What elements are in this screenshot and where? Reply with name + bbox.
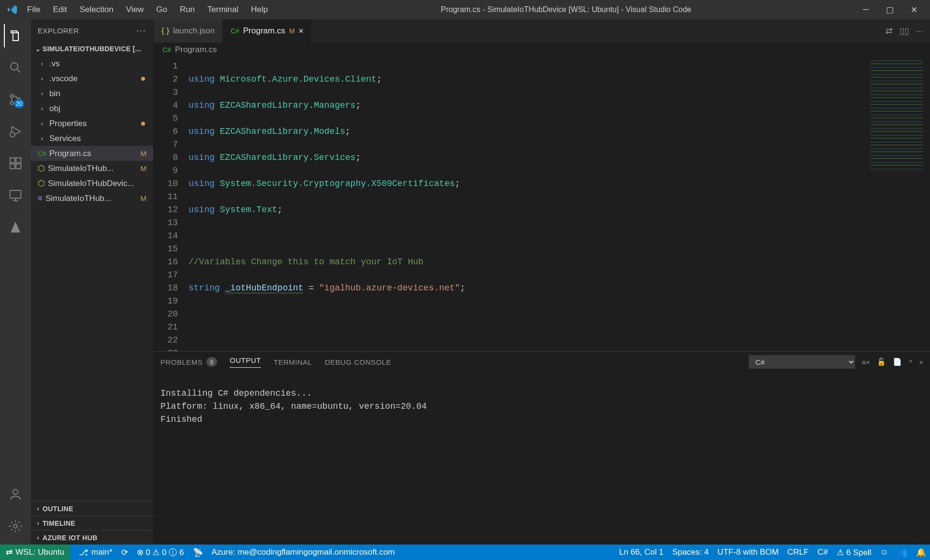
maximize-panel-icon[interactable]: ^ (909, 358, 912, 366)
editor-body[interactable]: 1234567891011121314151617181920212223 us… (154, 57, 930, 351)
workspace-header[interactable]: ⌄ SIMULATEIOTHUBDEVICE [... (31, 42, 153, 56)
modified-badge: M (141, 194, 147, 202)
menu-selection[interactable]: Selection (74, 3, 119, 16)
source-control-icon[interactable]: 20 (4, 88, 27, 111)
panel-tabs: PROBLEMS 6 OUTPUT TERMINAL DEBUG CONSOLE… (154, 352, 930, 372)
settings-gear-icon[interactable] (4, 515, 27, 538)
problems-summary[interactable]: ⊗ 0 ⚠ 0 ⓘ 6 (137, 547, 184, 558)
language-mode[interactable]: C# (817, 547, 828, 557)
csharp-file-icon: C# (231, 27, 239, 35)
chevron-right-icon: › (38, 75, 46, 82)
menu-edit[interactable]: Edit (47, 3, 73, 16)
tree-folder[interactable]: ›.vs (31, 56, 153, 71)
menu-run[interactable]: Run (174, 3, 201, 16)
panel-tab-output[interactable]: OUTPUT (230, 356, 261, 368)
tab-label: Program.cs (243, 26, 285, 36)
azure-account[interactable]: Azure: me@codingflamingogmail.onmicrosof… (212, 547, 395, 557)
close-button[interactable]: ✕ (907, 5, 921, 15)
lock-scroll-icon[interactable]: 🔓 (877, 358, 886, 366)
svg-rect-5 (10, 158, 15, 163)
azure-icon[interactable] (4, 215, 27, 239)
chevron-right-icon: › (34, 519, 43, 527)
spell-check[interactable]: ⚠ 6 Spell (837, 547, 872, 558)
output-channel-select[interactable]: C# (749, 355, 855, 369)
explorer-sidebar: EXPLORER ··· ⌄ SIMULATEIOTHUBDEVICE [...… (31, 19, 154, 545)
eol[interactable]: CRLF (787, 547, 809, 557)
timeline-section[interactable]: ›TIMELINE (31, 516, 153, 530)
tree-file[interactable]: ≡SimulateIoTHub...M (31, 191, 153, 206)
compare-changes-icon[interactable]: ⇄ (886, 26, 893, 36)
open-log-icon[interactable]: 📄 (893, 358, 902, 366)
cursor-position[interactable]: Ln 66, Col 1 (619, 547, 664, 557)
chevron-right-icon: › (38, 105, 46, 112)
chevron-right-icon: › (38, 135, 46, 142)
explorer-icon[interactable] (4, 24, 27, 47)
panel-tab-terminal[interactable]: TERMINAL (274, 358, 312, 366)
editor-tabs: { } launch.json C# Program.cs M × ⇄ ▯▯ ·… (154, 19, 930, 43)
close-tab-icon[interactable]: × (299, 26, 304, 36)
more-actions-icon[interactable]: ··· (916, 26, 923, 36)
tree-file[interactable]: ⬡SimulateIoTHubDevic... (31, 176, 153, 191)
indentation[interactable]: Spaces: 4 (672, 547, 709, 557)
svg-rect-6 (16, 158, 21, 163)
radio-tower-icon: 📡 (193, 547, 203, 558)
chevron-down-icon: ⌄ (34, 45, 43, 53)
tree-file-program-cs[interactable]: C#Program.csM (31, 146, 153, 161)
outline-section[interactable]: ›OUTLINE (31, 501, 153, 516)
maximize-button[interactable]: ▢ (883, 5, 897, 15)
panel-actions: C# ≡× 🔓 📄 ^ × (749, 355, 923, 369)
tree-folder[interactable]: ›bin (31, 86, 153, 101)
search-icon[interactable] (4, 56, 27, 79)
live-share-button[interactable]: 👥 (897, 547, 907, 558)
menu-bar: File Edit Selection View Go Run Terminal… (21, 3, 274, 16)
tab-program-cs[interactable]: C# Program.cs M × (223, 19, 312, 43)
menu-go[interactable]: Go (150, 3, 173, 16)
menu-file[interactable]: File (21, 3, 46, 16)
panel-tab-debug-console[interactable]: DEBUG CONSOLE (325, 358, 391, 366)
encoding[interactable]: UTF-8 with BOM (717, 547, 779, 557)
bell-icon: 🔔 (916, 547, 926, 558)
notifications-button[interactable]: 🔔 (916, 547, 926, 558)
modified-badge: M (289, 27, 295, 35)
run-debug-icon[interactable] (4, 120, 27, 143)
tree-file[interactable]: ⬡SimulateIoTHub...M (31, 161, 153, 176)
live-share-icon: 👥 (897, 547, 907, 558)
json-file-icon: { } (161, 26, 169, 36)
azure-iot-hub-section[interactable]: ›AZURE IOT HUB (31, 530, 153, 545)
menu-help[interactable]: Help (245, 3, 274, 16)
remote-explorer-icon[interactable] (4, 184, 27, 207)
minimize-button[interactable]: ─ (858, 5, 873, 15)
close-panel-icon[interactable]: × (919, 358, 923, 366)
sync-button[interactable]: ⟳ (121, 547, 128, 558)
title-bar: File Edit Selection View Go Run Terminal… (0, 0, 930, 19)
clear-output-icon[interactable]: ≡× (862, 358, 871, 366)
sidebar-more-icon[interactable]: ··· (136, 26, 146, 36)
file-tree: ›.vs ›.vscode ›bin ›obj ›Properties ›Ser… (31, 56, 153, 501)
sync-icon: ⟳ (121, 547, 128, 558)
sidebar-header: EXPLORER ··· (31, 19, 153, 42)
breadcrumb[interactable]: C# Program.cs (154, 43, 930, 57)
tab-launch-json[interactable]: { } launch.json (154, 19, 223, 43)
code-content[interactable]: using Microsoft.Azure.Devices.Client; us… (189, 57, 930, 351)
extensions-icon[interactable] (4, 152, 27, 175)
accounts-icon[interactable] (4, 483, 27, 506)
branch-icon: ⎇ (79, 547, 88, 558)
minimap[interactable] (870, 60, 923, 171)
split-editor-icon[interactable]: ▯▯ (900, 26, 909, 36)
line-gutter: 1234567891011121314151617181920212223 (154, 57, 189, 351)
git-branch[interactable]: ⎇ main* (79, 547, 112, 558)
tree-folder[interactable]: ›Properties (31, 116, 153, 131)
svg-point-11 (14, 524, 17, 528)
feedback-button[interactable]: ☺ (880, 547, 888, 557)
ports-button[interactable]: 📡 (193, 547, 203, 558)
tree-folder[interactable]: ›.vscode (31, 71, 153, 86)
output-content[interactable]: Installing C# dependencies...Platform: l… (154, 372, 930, 545)
panel-tab-problems[interactable]: PROBLEMS 6 (160, 357, 217, 367)
tree-folder[interactable]: ›obj (31, 101, 153, 116)
remote-indicator[interactable]: ⇄ WSL: Ubuntu (0, 545, 70, 560)
status-bar: ⇄ WSL: Ubuntu ⎇ main* ⟳ ⊗ 0 ⚠ 0 ⓘ 6 📡 Az… (0, 545, 930, 560)
menu-view[interactable]: View (120, 3, 150, 16)
modified-dot-icon (141, 122, 145, 126)
menu-terminal[interactable]: Terminal (202, 3, 244, 16)
tree-folder[interactable]: ›Services (31, 131, 153, 146)
